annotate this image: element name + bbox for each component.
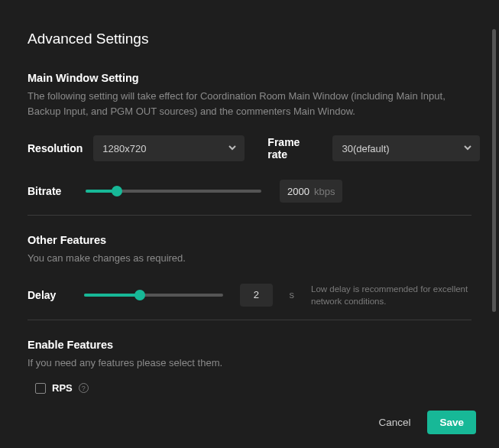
divider: [28, 215, 471, 216]
divider: [28, 320, 471, 320]
resolution-select[interactable]: 1280x720: [93, 135, 245, 161]
chevron-down-icon: [228, 141, 237, 155]
frame-rate-value: 30(default): [342, 143, 389, 154]
other-features-description: You can make changes as required.: [28, 251, 471, 266]
delay-slider[interactable]: [84, 287, 223, 303]
bitrate-label: Bitrate: [28, 185, 67, 197]
dialog-footer: Cancel Save: [374, 411, 476, 434]
enable-features-section: Enable Features If you need any features…: [28, 339, 471, 394]
advanced-settings-dialog: Advanced Settings Main Window Setting Th…: [0, 0, 499, 448]
help-icon[interactable]: ?: [79, 383, 89, 393]
enable-features-description: If you need any features please select t…: [28, 355, 471, 371]
bitrate-input[interactable]: 2000 kbps: [280, 180, 342, 203]
resolution-label: Resolution: [28, 142, 83, 154]
bitrate-value: 2000: [287, 186, 309, 197]
resolution-value: 1280x720: [102, 143, 146, 154]
cancel-button[interactable]: Cancel: [374, 411, 415, 434]
delay-label: Delay: [28, 289, 67, 301]
enable-features-heading: Enable Features: [28, 339, 471, 351]
scrollbar[interactable]: [492, 29, 496, 312]
other-features-section: Other Features You can make changes as r…: [28, 234, 471, 307]
frame-rate-select[interactable]: 30(default): [332, 135, 480, 161]
bitrate-slider[interactable]: [86, 183, 261, 199]
delay-value: 2: [254, 289, 259, 300]
main-window-description: The following setting will take effect f…: [28, 89, 471, 118]
rps-checkbox[interactable]: [35, 383, 46, 394]
bitrate-unit: kbps: [314, 186, 335, 197]
delay-unit: s: [290, 289, 295, 300]
save-button[interactable]: Save: [427, 411, 476, 434]
dialog-title: Advanced Settings: [28, 31, 471, 47]
chevron-down-icon: [463, 141, 472, 155]
frame-rate-label: Frame rate: [267, 136, 322, 161]
other-features-heading: Other Features: [28, 234, 471, 246]
delay-input[interactable]: 2: [240, 284, 272, 307]
main-window-heading: Main Window Setting: [28, 72, 471, 84]
rps-label: RPS: [52, 382, 73, 394]
main-window-section: Main Window Setting The following settin…: [28, 72, 471, 203]
delay-hint: Low delay is recommended for excellent n…: [311, 283, 471, 307]
